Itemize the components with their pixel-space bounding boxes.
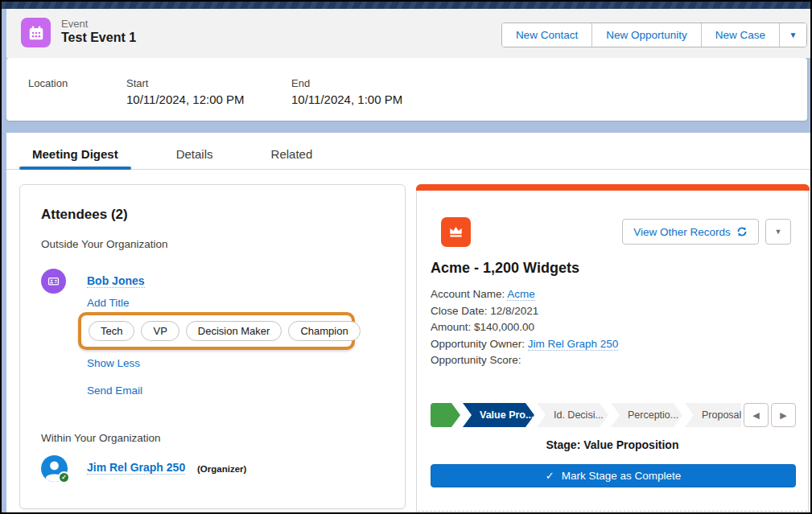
close-date-row: Close Date: 12/8/2021: [431, 303, 618, 320]
tab-bar: Meeting Digest Details Related: [6, 133, 810, 170]
tag-pill[interactable]: Decision Maker: [186, 321, 282, 341]
attendees-title: Attendees (2): [41, 207, 128, 223]
attendees-card: Attendees (2) Outside Your Organization …: [19, 184, 406, 509]
tag-pill[interactable]: Champion: [288, 321, 360, 341]
view-other-records-label: View Other Records: [633, 226, 731, 238]
page-title: Test Event 1: [61, 31, 136, 45]
tag-pill[interactable]: VP: [141, 321, 179, 341]
contact-avatar: [41, 269, 66, 294]
view-other-records-button[interactable]: View Other Records: [622, 219, 759, 245]
record-type-label: Event: [61, 18, 88, 30]
amount-row: Amount: $140,000.00: [431, 319, 618, 336]
path-stage[interactable]: Id. Decisi...: [537, 403, 608, 427]
main-content: Meeting Digest Details Related Attendees…: [6, 133, 810, 514]
global-nav-strip: [2, 2, 810, 9]
path-scroll-left-icon[interactable]: ◀: [744, 403, 769, 427]
opportunity-owner-link[interactable]: Jim Rel Graph 250: [528, 338, 619, 351]
end-field: End 10/11/2024, 1:00 PM: [291, 77, 402, 106]
organizer-name-link[interactable]: Jim Rel Graph 250: [87, 461, 185, 475]
tab-related[interactable]: Related: [258, 138, 326, 169]
account-name-row: Account Name: Acme: [431, 286, 618, 303]
tags-annotation-highlight: Tech VP Decision Maker Champion: [78, 312, 355, 350]
contact-card-icon: [46, 273, 61, 289]
verified-check-badge-icon: ✓: [58, 471, 70, 483]
attendee-name-link[interactable]: Bob Jones: [87, 274, 145, 288]
record-action-group: New Contact New Opportunity New Case ▼: [501, 23, 807, 47]
opportunity-accent-bar: [416, 184, 810, 191]
opportunity-panel: View Other Records ▼ Acme - 1,200 Widget…: [416, 184, 809, 514]
check-icon: ✓: [546, 470, 554, 482]
location-field: Location: [28, 77, 68, 93]
outside-org-label: Outside Your Organization: [41, 238, 168, 250]
opportunity-dropdown-icon[interactable]: ▼: [765, 219, 791, 245]
organizer-avatar: ✓: [41, 455, 68, 482]
tab-meeting-digest[interactable]: Meeting Digest: [19, 138, 131, 169]
show-less-link[interactable]: Show Less: [87, 357, 140, 369]
more-actions-dropdown-icon[interactable]: ▼: [780, 23, 806, 47]
start-field: Start 10/11/2024, 12:00 PM: [126, 77, 245, 106]
start-label: Start: [126, 77, 245, 89]
tab-details[interactable]: Details: [163, 138, 226, 169]
path-scroll-right-icon[interactable]: ▶: [771, 403, 796, 427]
opportunity-score-row: Opportunity Score:: [431, 352, 618, 369]
end-label: End: [291, 77, 402, 89]
opportunity-owner-row: Opportunity Owner: Jim Rel Graph 250: [431, 336, 618, 353]
opportunity-title: Acme - 1,200 Widgets: [431, 260, 579, 277]
mark-stage-complete-button[interactable]: ✓ Mark Stage as Complete: [431, 464, 796, 487]
path-stage-current[interactable]: Value Pro...: [463, 403, 534, 427]
current-stage-label: Stage: Value Proposition: [417, 438, 808, 451]
panel-dashed-divider: [418, 511, 807, 512]
new-opportunity-button[interactable]: New Opportunity: [592, 23, 702, 47]
tag-pill[interactable]: Tech: [89, 321, 134, 341]
path-stage[interactable]: Proposal/: [685, 403, 741, 427]
sales-path: Value Pro... Id. Decisi... Perceptio... …: [431, 403, 741, 427]
path-stage-complete[interactable]: [431, 403, 460, 427]
end-value: 10/11/2024, 1:00 PM: [291, 93, 402, 106]
opportunity-crown-icon: [441, 217, 471, 247]
mark-stage-complete-label: Mark Stage as Complete: [562, 470, 682, 482]
location-label: Location: [28, 77, 68, 89]
send-email-link[interactable]: Send Email: [87, 384, 142, 397]
event-calendar-icon: [21, 18, 51, 47]
new-case-button[interactable]: New Case: [702, 23, 780, 47]
opportunity-fields: Account Name: Acme Close Date: 12/8/2021…: [431, 286, 618, 369]
new-contact-button[interactable]: New Contact: [502, 23, 592, 47]
within-org-label: Within Your Organization: [41, 432, 161, 444]
start-value: 10/11/2024, 12:00 PM: [126, 93, 245, 106]
account-link[interactable]: Acme: [507, 288, 535, 301]
salesforce-event-page: Event Test Event 1 New Contact New Oppor…: [0, 0, 812, 514]
event-summary-card: Location Start 10/11/2024, 12:00 PM End …: [6, 58, 807, 121]
add-title-link[interactable]: Add Title: [87, 297, 130, 309]
record-header: Event Test Event 1 New Contact New Oppor…: [6, 9, 810, 58]
sync-icon: [736, 226, 748, 237]
organizer-role-label: (Organizer): [197, 464, 246, 474]
path-stage[interactable]: Perceptio...: [611, 403, 682, 427]
